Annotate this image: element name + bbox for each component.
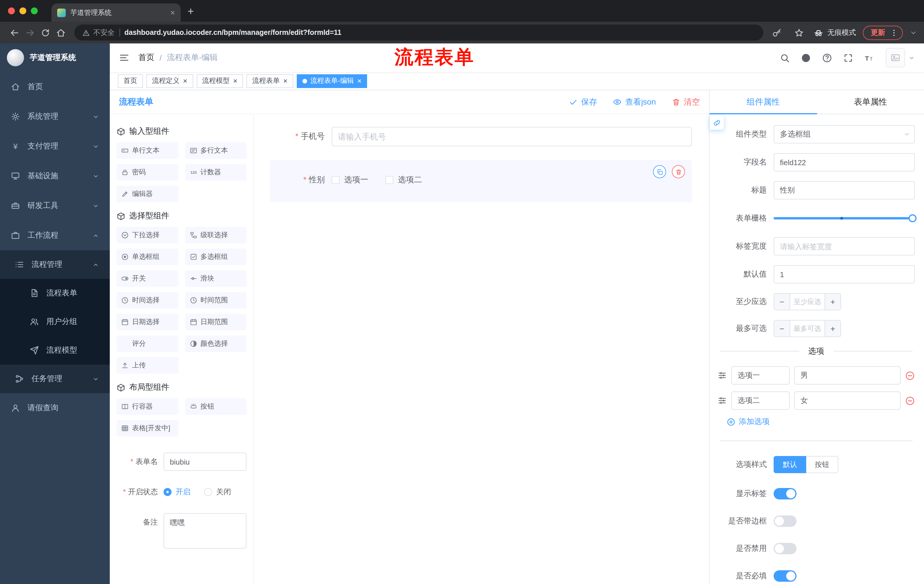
address-bar[interactable]: 不安全 dashboard.yudao.iocoder.cn/bpm/manag… xyxy=(74,25,763,41)
breadcrumb-home[interactable]: 首页 xyxy=(139,53,154,63)
required-switch[interactable] xyxy=(774,570,797,582)
drag-handle-icon[interactable] xyxy=(718,396,727,405)
sidebar-item-leave-query[interactable]: 请假查询 xyxy=(0,393,110,423)
style-default-button[interactable]: 默认 xyxy=(774,456,806,473)
decrement-button[interactable]: − xyxy=(774,321,790,337)
drag-handle-icon[interactable] xyxy=(718,371,727,380)
form-name-input[interactable] xyxy=(163,452,246,471)
selected-component-gender[interactable]: 性别 选项一 选项二 xyxy=(270,160,692,202)
tag-process-form-edit[interactable]: 流程表单-编辑× xyxy=(297,74,367,88)
delete-component-button[interactable] xyxy=(672,165,685,178)
browser-update-button[interactable]: 更新 xyxy=(863,25,903,40)
comp-button[interactable]: 按钮 xyxy=(185,398,246,415)
option-2-value-input[interactable] xyxy=(794,392,901,410)
sidebar-item-user-group[interactable]: 用户分组 xyxy=(0,308,110,336)
comp-date-picker[interactable]: 日期选择 xyxy=(117,314,178,330)
max-select-value[interactable]: 最多可选 xyxy=(790,321,825,337)
remove-option-button[interactable] xyxy=(905,370,915,380)
phone-input[interactable] xyxy=(332,127,692,146)
comp-radio-group[interactable]: 单选框组 xyxy=(117,248,178,265)
increment-button[interactable]: + xyxy=(825,321,840,337)
tag-process-definition[interactable]: 流程定义× xyxy=(146,74,193,88)
option-1-label-input[interactable] xyxy=(731,366,790,385)
sidebar-item-process-model[interactable]: 流程模型 xyxy=(0,336,110,365)
sidebar-item-process-manage[interactable]: 流程管理 xyxy=(0,250,110,279)
minimize-window-button[interactable] xyxy=(20,7,26,14)
close-icon[interactable]: × xyxy=(283,77,287,85)
copy-component-button[interactable] xyxy=(653,165,666,178)
reload-button[interactable] xyxy=(38,25,53,40)
comp-input-single[interactable]: 单行文本 xyxy=(117,142,178,159)
comp-editor[interactable]: 编辑器 xyxy=(117,186,178,202)
chevron-down-icon[interactable] xyxy=(910,29,917,36)
disabled-switch[interactable] xyxy=(774,543,797,554)
title-input[interactable] xyxy=(774,181,915,199)
close-icon[interactable]: × xyxy=(233,77,237,85)
tag-process-form[interactable]: 流程表单× xyxy=(246,74,293,88)
browser-tab[interactable]: 芋道管理系统 × xyxy=(51,3,181,22)
field-name-input[interactable] xyxy=(774,153,915,171)
default-value-input[interactable] xyxy=(774,265,915,283)
comp-cascader[interactable]: 级联选择 xyxy=(185,227,246,243)
tag-process-model[interactable]: 流程模型× xyxy=(196,74,243,88)
sidebar-item-home[interactable]: 首页 xyxy=(0,72,110,102)
comp-checkbox-group[interactable]: 多选框组 xyxy=(185,248,246,265)
close-window-button[interactable] xyxy=(8,7,15,14)
user-menu[interactable] xyxy=(886,48,915,67)
slider-track[interactable] xyxy=(774,217,915,219)
view-json-button[interactable]: 查看json xyxy=(613,97,656,107)
comp-input-multi[interactable]: 多行文本 xyxy=(185,142,246,159)
sidebar-item-payment[interactable]: ¥ 支付管理 xyxy=(0,132,110,161)
form-remark-textarea[interactable]: 嘿嘿 xyxy=(163,513,246,549)
status-off-radio[interactable]: 关闭 xyxy=(204,487,231,497)
clear-button[interactable]: 清空 xyxy=(672,97,700,107)
forward-button[interactable] xyxy=(22,25,38,40)
comp-counter[interactable]: 计数器 xyxy=(185,164,246,181)
sidebar-item-workflow[interactable]: 工作流程 xyxy=(0,220,110,250)
github-icon[interactable] xyxy=(801,53,811,63)
hamburger-icon[interactable] xyxy=(119,53,129,63)
comp-time-picker[interactable]: 时间选择 xyxy=(117,292,178,309)
search-icon[interactable] xyxy=(780,53,790,63)
comp-row-container[interactable]: 行容器 xyxy=(117,398,178,415)
min-select-value[interactable]: 至少应选 xyxy=(790,294,825,310)
sidebar-item-devtools[interactable]: 研发工具 xyxy=(0,191,110,220)
font-size-icon[interactable] xyxy=(865,53,874,63)
decrement-button[interactable]: − xyxy=(774,294,790,310)
slider-knob[interactable] xyxy=(909,214,917,222)
zoom-window-button[interactable] xyxy=(31,7,38,14)
comp-slider[interactable]: 滑块 xyxy=(185,270,246,287)
back-button[interactable] xyxy=(7,25,22,40)
comp-table[interactable]: 表格[开发中] xyxy=(117,420,178,437)
home-button[interactable] xyxy=(53,25,69,40)
show-label-switch[interactable] xyxy=(774,488,797,499)
component-type-select[interactable]: 多选框组 xyxy=(774,125,915,143)
grid-slider[interactable] xyxy=(774,209,915,227)
option-2-label-input[interactable] xyxy=(731,392,790,410)
sidebar-item-task-manage[interactable]: 任务管理 xyxy=(0,365,110,393)
comp-date-range[interactable]: 日期范围 xyxy=(185,314,246,330)
style-button-button[interactable]: 按钮 xyxy=(806,456,838,473)
add-option-button[interactable]: 添加选项 xyxy=(727,416,915,427)
security-indicator[interactable]: 不安全 xyxy=(82,28,115,38)
bookmark-star-icon[interactable] xyxy=(791,25,807,40)
status-on-radio[interactable]: 开启 xyxy=(163,487,190,497)
kebab-menu-icon[interactable] xyxy=(890,28,898,37)
gender-option-2-checkbox[interactable]: 选项二 xyxy=(385,175,422,185)
comp-select[interactable]: 下拉选择 xyxy=(117,227,178,243)
tab-form-props[interactable]: 表单属性 xyxy=(817,90,924,114)
tab-component-props[interactable]: 组件属性 xyxy=(710,90,817,114)
tab-close-icon[interactable]: × xyxy=(170,8,175,16)
close-icon[interactable]: × xyxy=(183,77,187,85)
label-width-input[interactable] xyxy=(774,237,915,255)
fullscreen-icon[interactable] xyxy=(843,53,853,63)
close-icon[interactable]: × xyxy=(357,77,361,85)
sidebar-item-system[interactable]: 系统管理 xyxy=(0,102,110,132)
link-icon[interactable] xyxy=(710,115,724,130)
comp-time-range[interactable]: 时间范围 xyxy=(185,292,246,309)
new-tab-button[interactable]: + xyxy=(188,5,194,16)
gender-option-1-checkbox[interactable]: 选项一 xyxy=(332,175,368,185)
remove-option-button[interactable] xyxy=(905,396,915,405)
sidebar-item-infra[interactable]: 基础设施 xyxy=(0,161,110,191)
comp-rate[interactable]: 评分 xyxy=(117,336,178,352)
